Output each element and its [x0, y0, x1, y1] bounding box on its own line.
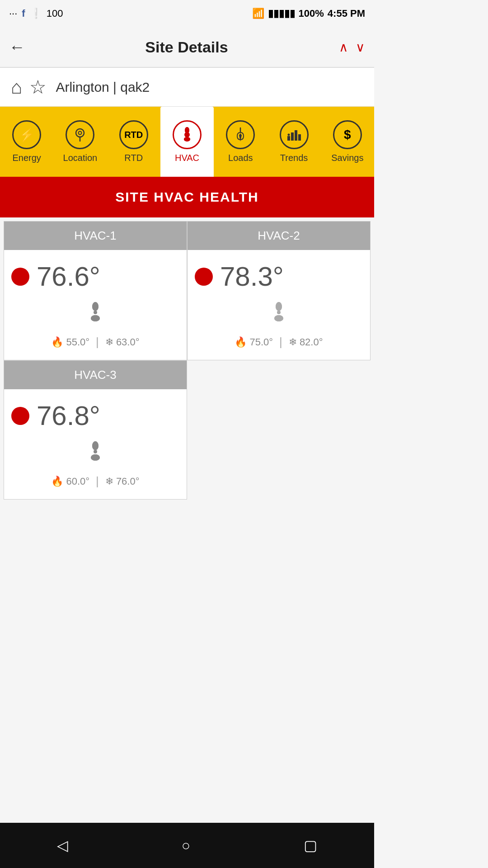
svg-point-23 — [94, 450, 97, 453]
wifi-icon: 📶 — [252, 8, 264, 19]
hvac-3-setpoints: 🔥 60.0° | ❄ 76.0° — [11, 474, 179, 488]
favorite-icon[interactable]: ☆ — [29, 76, 47, 98]
rtd-tab-icon: RTD — [119, 120, 148, 149]
location-tab-label: Location — [63, 153, 98, 163]
divider-2: | — [279, 335, 282, 349]
divider-1: | — [96, 335, 99, 349]
svg-point-16 — [92, 302, 99, 311]
trends-tab-label: Trends — [280, 153, 308, 163]
rtd-tab-label: RTD — [124, 153, 143, 163]
back-nav-button[interactable]: ◁ — [57, 837, 68, 854]
hvac-tab-icon — [173, 120, 202, 149]
tab-hvac[interactable]: HVAC — [160, 107, 214, 177]
hvac-2-cool-setpoint: ❄ 82.0° — [289, 336, 323, 348]
svg-point-1 — [79, 132, 82, 135]
hvac-2-setpoints: 🔥 75.0° | ❄ 82.0° — [195, 335, 363, 349]
svg-point-27 — [91, 454, 100, 461]
svg-point-21 — [276, 302, 282, 311]
hvac-1-heat-setpoint: 🔥 55.0° — [51, 336, 89, 348]
divider-3: | — [96, 474, 99, 488]
bottom-navigation: ◁ ○ ▢ — [0, 823, 374, 868]
hvac-1-temp-row: 76.6° — [11, 261, 179, 292]
hvac-3-heat-setpoint: 🔥 60.0° — [51, 476, 89, 487]
hvac-card-1: HVAC-1 76.6° 🔥 55.0° — [4, 221, 187, 360]
next-arrow[interactable]: ∨ — [356, 40, 365, 55]
home-nav-button[interactable]: ○ — [182, 837, 190, 854]
tab-loads[interactable]: Loads — [214, 107, 267, 177]
hvac-3-cool-setpoint: ❄ 76.0° — [105, 476, 140, 487]
svg-point-0 — [76, 129, 84, 137]
tab-rtd[interactable]: RTD RTD — [107, 107, 160, 177]
hvac-1-setpoints: 🔥 55.0° | ❄ 63.0° — [11, 335, 179, 349]
hvac-1-cool-setpoint: ❄ 63.0° — [105, 336, 140, 348]
trends-tab-icon — [280, 120, 309, 149]
snow-icon-3: ❄ — [105, 476, 113, 487]
menu-icon: ··· — [9, 8, 17, 19]
status-left: ··· f ❕ 100 — [9, 8, 63, 19]
status-bar: ··· f ❕ 100 📶 ▮▮▮▮▮ 100% 4:55 PM — [0, 0, 374, 27]
nav-arrows: ∧ ∨ — [339, 40, 365, 55]
tab-trends[interactable]: Trends — [267, 107, 320, 177]
svg-rect-9 — [291, 132, 294, 141]
hvac-1-title: HVAC-1 — [74, 229, 116, 242]
hvac-health-header: SITE HVAC HEALTH — [0, 177, 374, 217]
savings-tab-label: Savings — [331, 153, 363, 163]
location-tab-icon — [66, 120, 94, 149]
svg-point-18 — [277, 311, 281, 314]
hvac-header-text: SITE HVAC HEALTH — [115, 189, 259, 204]
signal-icon: ▮▮▮▮▮ — [268, 8, 295, 19]
snow-icon-1: ❄ — [105, 336, 113, 348]
hvac-2-body: 78.3° 🔥 75.0° | ❄ 82.0° — [188, 250, 370, 360]
top-nav: ← Site Details ∧ ∨ — [0, 27, 374, 68]
battery-percent: 100% — [299, 8, 324, 19]
hvac-1-body: 76.6° 🔥 55.0° | ❄ 63.0° — [4, 250, 187, 360]
hvac-cards-container: HVAC-1 76.6° 🔥 55.0° — [0, 217, 374, 503]
hvac-1-fan-icon — [11, 301, 179, 328]
status-right: 📶 ▮▮▮▮▮ 100% 4:55 PM — [252, 8, 365, 19]
hvac-1-header: HVAC-1 — [4, 222, 187, 250]
hvac-2-temperature: 78.3° — [220, 261, 284, 292]
hvac-3-temperature: 76.8° — [37, 400, 100, 431]
flame-icon-3: 🔥 — [51, 476, 63, 487]
hvac-3-temp-row: 76.8° — [11, 400, 179, 431]
svg-rect-10 — [295, 130, 297, 141]
svg-point-22 — [274, 315, 283, 321]
battery-icon: 100 — [47, 8, 63, 19]
tab-navigation: ⚡ Energy Location RTD RTD HVAC — [0, 107, 374, 177]
time: 4:55 PM — [328, 8, 365, 19]
svg-point-7 — [184, 137, 190, 142]
site-icons: ⌂ ☆ — [11, 76, 47, 98]
energy-tab-icon: ⚡ — [12, 120, 41, 149]
prev-arrow[interactable]: ∧ — [339, 40, 348, 55]
hvac-2-title: HVAC-2 — [258, 229, 300, 242]
hvac-3-body: 76.8° 🔥 60.0° | ❄ 76.0° — [4, 389, 187, 499]
recent-nav-button[interactable]: ▢ — [304, 837, 317, 854]
hvac-2-header: HVAC-2 — [188, 222, 370, 250]
hvac-2-heat-setpoint: 🔥 75.0° — [235, 336, 273, 348]
hvac-2-status-dot — [195, 268, 213, 286]
tab-savings[interactable]: $ Savings — [321, 107, 374, 177]
svg-point-17 — [91, 315, 100, 321]
hvac-1-temperature: 76.6° — [37, 261, 100, 292]
site-header: ⌂ ☆ Arlington | qak2 — [0, 68, 374, 107]
home-icon[interactable]: ⌂ — [11, 76, 22, 98]
hvac-2-fan-icon — [195, 301, 363, 328]
hvac-card-3: HVAC-3 76.8° 🔥 60.0° — [4, 360, 187, 500]
hvac-tab-label: HVAC — [175, 153, 199, 163]
back-button[interactable]: ← — [9, 38, 25, 57]
tab-energy[interactable]: ⚡ Energy — [0, 107, 53, 177]
energy-tab-label: Energy — [12, 153, 41, 163]
loads-tab-icon — [226, 120, 255, 149]
site-name: Arlington | qak2 — [56, 80, 150, 95]
loads-tab-label: Loads — [228, 153, 253, 163]
hvac-3-header: HVAC-3 — [4, 361, 187, 389]
svg-point-26 — [92, 441, 99, 450]
notif-icon: ❕ — [30, 8, 42, 19]
tab-location[interactable]: Location — [53, 107, 107, 177]
fb-icon: f — [22, 8, 25, 19]
svg-rect-11 — [298, 134, 301, 141]
hvac-1-status-dot — [11, 268, 29, 286]
hvac-3-title: HVAC-3 — [74, 368, 116, 382]
hvac-3-fan-icon — [11, 440, 179, 467]
hvac-3-status-dot — [11, 407, 29, 425]
